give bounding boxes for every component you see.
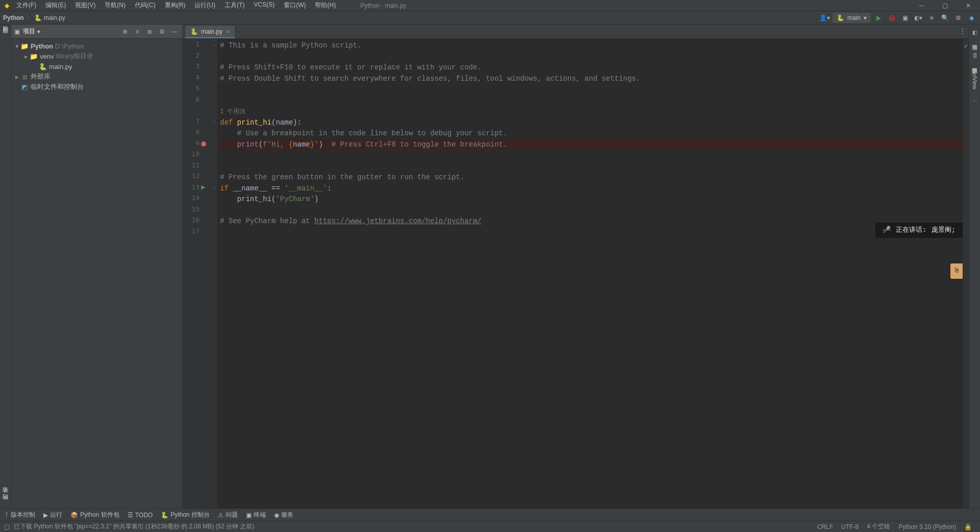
tree-root[interactable]: ▾ 📁 Python D:\Python bbox=[11, 41, 182, 51]
tree-venv[interactable]: ▸ 📁 venv library根目录 bbox=[11, 51, 182, 61]
code-line: # Press the green button in the gutter t… bbox=[220, 173, 464, 181]
bottom-problems[interactable]: ⚠问题 bbox=[218, 511, 238, 519]
editor-body: 1 2 3 4 5 6 7 8 9 10 11 12 13 ▶ 14 15 16… bbox=[183, 39, 969, 509]
title-bar: ◆ 文件(F) 编辑(E) 视图(V) 导航(N) 代码(C) 重构(R) 运行… bbox=[0, 0, 980, 11]
tree-file-main[interactable]: 🐍 main.py bbox=[11, 61, 182, 71]
stop-button[interactable]: ■ bbox=[926, 12, 937, 23]
line-number: 4 bbox=[184, 74, 200, 81]
play-icon: ▶ bbox=[43, 512, 48, 519]
menu-tools[interactable]: 工具(T) bbox=[220, 1, 249, 10]
breadcrumb-separator: 〉 bbox=[26, 13, 32, 22]
run-gutter-icon[interactable]: ▶ bbox=[201, 184, 207, 190]
tab-main-py[interactable]: 🐍 main.py × bbox=[185, 25, 235, 38]
chevron-down-icon[interactable]: ▾ bbox=[13, 42, 20, 50]
menu-file[interactable]: 文件(F) bbox=[12, 1, 40, 10]
muted-mic-icon: 🎤 bbox=[883, 225, 891, 236]
lock-icon[interactable]: 🔒 bbox=[960, 523, 976, 530]
database-icon[interactable]: 🗄 bbox=[970, 50, 979, 61]
menu-refactor[interactable]: 重构(R) bbox=[161, 1, 190, 10]
library-icon: ⫼ bbox=[20, 73, 29, 81]
search-everywhere-button[interactable]: 🔍 bbox=[939, 12, 950, 23]
line-number: 13 bbox=[184, 183, 200, 191]
gear-icon[interactable]: ⚙ bbox=[157, 27, 167, 37]
editor-area: 🐍 main.py × ⋮ 1 2 3 4 5 6 7 8 9 10 11 12 bbox=[183, 25, 969, 509]
chevron-down-icon[interactable]: ▾ bbox=[37, 28, 40, 35]
add-user-icon[interactable]: 👤▾ bbox=[819, 12, 830, 23]
window-close-button[interactable]: ✕ bbox=[957, 0, 980, 11]
chevron-right-icon[interactable]: ▸ bbox=[13, 73, 20, 81]
menu-run[interactable]: 运行(U) bbox=[190, 1, 219, 10]
tree-scratch-label: 临时文件和控制台 bbox=[31, 82, 84, 91]
menu-code[interactable]: 代码(C) bbox=[131, 1, 160, 10]
expand-all-icon[interactable]: ≡ bbox=[132, 27, 142, 37]
debug-button[interactable]: 🐞 bbox=[886, 12, 897, 23]
breakpoint-icon[interactable] bbox=[201, 141, 207, 148]
project-tool-icon[interactable]: ▥ bbox=[3, 27, 8, 34]
menu-navigate[interactable]: 导航(N) bbox=[101, 1, 130, 10]
usages-hint[interactable]: 1 个用法 bbox=[220, 108, 246, 115]
target-icon[interactable]: ⊕ bbox=[120, 27, 130, 37]
analysis-ok-icon[interactable]: ✔ bbox=[964, 43, 968, 50]
bottom-vcs[interactable]: ᚶ版本控制 bbox=[5, 511, 35, 519]
console-icon: 🐍 bbox=[161, 512, 168, 519]
package-icon: 📦 bbox=[70, 512, 78, 519]
code-editor[interactable]: # This is a sample Python script. # Pres… bbox=[218, 39, 963, 509]
branch-icon: ᚶ bbox=[5, 512, 9, 519]
line-number: 5 bbox=[184, 84, 200, 92]
python-file-icon: 🐍 bbox=[190, 28, 198, 35]
folder-icon: ▣ bbox=[14, 28, 20, 35]
fold-icon[interactable]: ⌄ bbox=[212, 118, 216, 124]
menu-window[interactable]: 窗口(W) bbox=[280, 1, 310, 10]
line-number: 3 bbox=[184, 62, 200, 70]
settings-button[interactable]: ⚙ bbox=[952, 12, 964, 23]
run-button[interactable]: ▶ bbox=[873, 12, 884, 23]
project-tool-window: ▣ 项目 ▾ ⊕ ≡ ≣ ⚙ — ▾ 📁 Python D:\Python ▸ … bbox=[11, 25, 183, 509]
breadcrumb-file[interactable]: main.py bbox=[44, 14, 65, 21]
breadcrumb-project[interactable]: Python bbox=[3, 14, 24, 21]
more-icon[interactable]: ⋯ bbox=[970, 95, 979, 107]
bottom-run[interactable]: ▶运行 bbox=[43, 511, 62, 519]
line-number: 7 bbox=[184, 117, 200, 125]
status-encoding[interactable]: UTF-8 bbox=[837, 523, 863, 530]
terminal-icon: ▣ bbox=[246, 512, 252, 519]
menu-help[interactable]: 帮助(H) bbox=[311, 1, 340, 10]
menu-edit[interactable]: 编辑(E) bbox=[41, 1, 70, 10]
profile-button[interactable]: ◐▾ bbox=[913, 12, 924, 23]
bottom-python-console[interactable]: 🐍Python 控制台 bbox=[161, 511, 210, 519]
tree-scratches[interactable]: ◩ 临时文件和控制台 bbox=[11, 82, 182, 92]
folder-icon: 📁 bbox=[20, 42, 29, 50]
code-with-me-icon[interactable]: ◆ bbox=[966, 12, 977, 23]
left-tool-strip: ▥ 项目 书签 结构 bbox=[0, 25, 11, 509]
chevron-right-icon[interactable]: ▸ bbox=[22, 53, 30, 60]
status-line-separator[interactable]: CRLF bbox=[813, 523, 837, 530]
menu-vcs[interactable]: VCS(S) bbox=[250, 1, 279, 10]
tabs-more-icon[interactable]: ⋮ bbox=[960, 28, 966, 35]
status-interpreter[interactable]: Python 3.10 (Python) bbox=[894, 523, 960, 530]
speaking-label: 正在讲话: bbox=[896, 225, 926, 236]
collapse-all-icon[interactable]: ≣ bbox=[144, 27, 155, 37]
bottom-services[interactable]: ◉服务 bbox=[274, 511, 293, 519]
fold-icon[interactable]: ⌄ bbox=[212, 41, 216, 47]
tree-ext-lib-label: 外部库 bbox=[31, 72, 51, 81]
tree-external-libs[interactable]: ▸ ⫼ 外部库 bbox=[11, 71, 182, 82]
bottom-todo[interactable]: ☰TODO bbox=[128, 512, 153, 519]
status-icon[interactable]: ▢ bbox=[4, 523, 10, 530]
close-tab-icon[interactable]: × bbox=[226, 28, 230, 36]
main-menu: 文件(F) 编辑(E) 视图(V) 导航(N) 代码(C) 重构(R) 运行(U… bbox=[10, 1, 340, 10]
window-maximize-button[interactable]: ▢ bbox=[933, 0, 957, 11]
status-indent[interactable]: 4 个空格 bbox=[863, 522, 894, 531]
scratch-icon: ◩ bbox=[20, 83, 29, 91]
notifications-icon[interactable]: ◧ bbox=[970, 27, 979, 38]
hide-panel-icon[interactable]: — bbox=[169, 27, 179, 37]
bottom-terminal[interactable]: ▣终端 bbox=[246, 511, 266, 519]
window-minimize-button[interactable]: ─ bbox=[910, 0, 933, 11]
mouse-badge-icon: 🖱 bbox=[950, 263, 963, 279]
fold-icon[interactable]: ⌄ bbox=[212, 184, 216, 189]
right-strip-sciview-label[interactable]: SciView bbox=[972, 69, 978, 89]
run-coverage-button[interactable]: ▣ bbox=[899, 12, 911, 23]
menu-view[interactable]: 视图(V) bbox=[71, 1, 100, 10]
bottom-python-packages[interactable]: 📦Python 软件包 bbox=[70, 511, 119, 519]
project-panel-title: 项目 bbox=[22, 27, 35, 36]
breadcrumb: Python 〉 🐍 main.py bbox=[3, 13, 65, 22]
run-configuration-selector[interactable]: 🐍 main ▾ bbox=[832, 13, 871, 23]
